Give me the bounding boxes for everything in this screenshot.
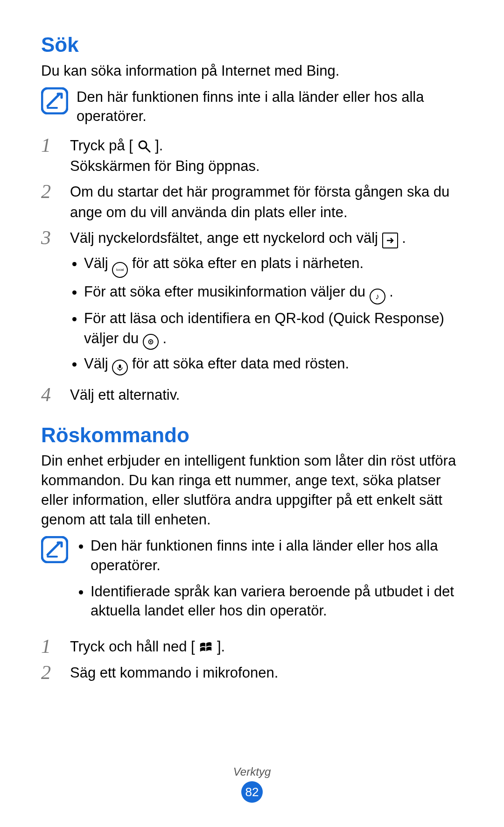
step-number: 2 [41,663,60,682]
note-text-search: Den här funktionen finns inte i alla län… [77,87,463,127]
note-icon [41,87,68,114]
note-icon [41,536,68,563]
svg-rect-7 [119,365,121,368]
mic-icon [112,360,128,375]
step-number: 4 [41,385,60,404]
step-number: 2 [41,182,60,201]
footer-section-name: Verktyg [0,765,504,778]
list-item: För att söka efter musikinformation välj… [84,282,463,304]
text: Välj [84,355,112,372]
step-number: 3 [41,228,60,247]
text: . [162,330,167,346]
step-body: Tryck på [ ]. Sökskärmen för Bing öppnas… [70,135,463,176]
text: För att läsa och identifiera en QR-kod (… [84,310,444,346]
step-number: 1 [41,636,60,656]
list-item: För att läsa och identifiera en QR-kod (… [84,308,463,350]
windows-key-icon [199,640,213,654]
text: för att söka efter data med rösten. [132,355,349,372]
step-2: 2 Om du startar det här programmet för f… [41,182,463,222]
step-4: 4 Välj ett alternativ. [41,385,463,405]
list-item: Identifierade språk kan variera beroende… [91,582,463,621]
page-footer: Verktyg 82 [0,765,504,803]
svg-rect-0 [42,88,67,113]
heading-search: Sök [41,33,463,57]
note-block-voice: Den här funktionen finns inte i alla län… [41,536,463,627]
step-body: Välj ett alternativ. [70,385,463,405]
step-1: 1 Tryck på [ ]. Sökskärmen för Bing öppn… [41,135,463,176]
arrow-right-icon [382,233,398,248]
intro-voice: Din enhet erbjuder en intelligent funkti… [41,451,463,529]
page-number-badge: 82 [241,781,263,803]
text: för att söka efter en plats i närheten. [132,255,364,271]
text: Välj [84,255,112,271]
music-icon: ♪ [370,289,385,304]
text: ]. [217,638,225,655]
step-body: Om du startar det här programmet för för… [70,182,463,222]
text: Sökskärmen för Bing öppnas. [70,156,463,176]
step-1-voice: 1 Tryck och håll ned [ ]. [41,636,463,657]
step-body: Säg ett kommando i mikrofonen. [70,663,463,683]
step-2-voice: 2 Säg ett kommando i mikrofonen. [41,663,463,683]
list-item: Välj för att söka efter data med rösten. [84,353,463,375]
text: . [389,283,393,300]
text: För att söka efter musikinformation välj… [84,283,370,300]
step-body: Välj nyckelordsfältet, ange ett nyckelor… [70,228,463,379]
qr-eye-icon [143,334,159,350]
text: . [402,230,406,246]
svg-line-3 [146,148,150,152]
svg-rect-9 [42,537,67,562]
local-icon: local [112,262,128,278]
text: Välj nyckelordsfältet, ange ett nyckelor… [70,230,382,246]
note-block-search: Den här funktionen finns inte i alla län… [41,87,463,127]
note-text-voice: Den här funktionen finns inte i alla län… [77,536,463,627]
search-key-icon [137,139,151,153]
heading-voice: Röskommando [41,423,463,448]
text: Tryck och håll ned [ [70,638,199,655]
step-3: 3 Välj nyckelordsfältet, ange ett nyckel… [41,228,463,379]
text: Tryck på [ [70,137,133,154]
intro-search: Du kan söka information på Internet med … [41,61,463,81]
list-item: Välj local för att söka efter en plats i… [84,253,463,278]
step-number: 1 [41,135,60,155]
manual-page: Sök Du kan söka information på Internet … [0,0,504,827]
list-item: Den här funktionen finns inte i alla län… [91,536,463,575]
step-body: Tryck och håll ned [ ]. [70,636,463,657]
svg-point-6 [150,341,152,343]
text: ]. [155,137,163,154]
